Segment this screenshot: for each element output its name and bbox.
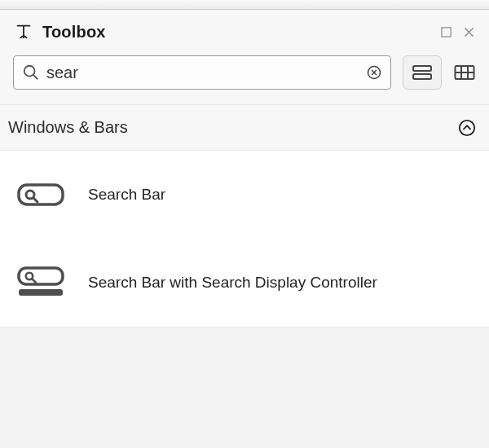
view-grid-button[interactable]	[453, 55, 476, 90]
search-icon	[22, 64, 40, 81]
chevron-up-icon[interactable]	[458, 119, 476, 137]
section-label: Windows & Bars	[8, 118, 128, 137]
panel-header: Toolbox	[0, 10, 489, 51]
svg-rect-2	[441, 27, 450, 36]
searchbar-with-controller-icon	[16, 263, 65, 302]
panel-title: Toolbox	[42, 23, 106, 42]
svg-line-6	[33, 75, 38, 80]
svg-rect-11	[413, 74, 431, 79]
svg-rect-10	[413, 66, 431, 71]
toolbox-icon	[13, 21, 34, 42]
searchbar-icon	[16, 175, 65, 214]
search-input[interactable]	[45, 64, 361, 82]
list-item-label: Search Bar	[88, 186, 165, 204]
svg-point-16	[460, 120, 474, 134]
results-list: Search Bar Search Bar with Search Displa…	[0, 151, 489, 327]
list-item-label: Search Bar with Search Display Controlle…	[88, 274, 377, 292]
svg-rect-23	[19, 289, 63, 296]
detach-icon[interactable]	[438, 24, 453, 39]
clear-search-icon[interactable]	[366, 64, 382, 81]
section-header[interactable]: Windows & Bars	[0, 105, 489, 151]
view-list-button[interactable]	[403, 55, 442, 90]
svg-point-5	[24, 66, 35, 77]
list-item[interactable]: Search Bar with Search Display Controlle…	[0, 239, 489, 327]
empty-area	[0, 327, 489, 448]
window-chrome	[0, 0, 489, 10]
toolbar	[0, 51, 489, 105]
search-field[interactable]	[13, 55, 391, 90]
list-item[interactable]: Search Bar	[0, 151, 489, 239]
close-icon[interactable]	[461, 24, 476, 39]
